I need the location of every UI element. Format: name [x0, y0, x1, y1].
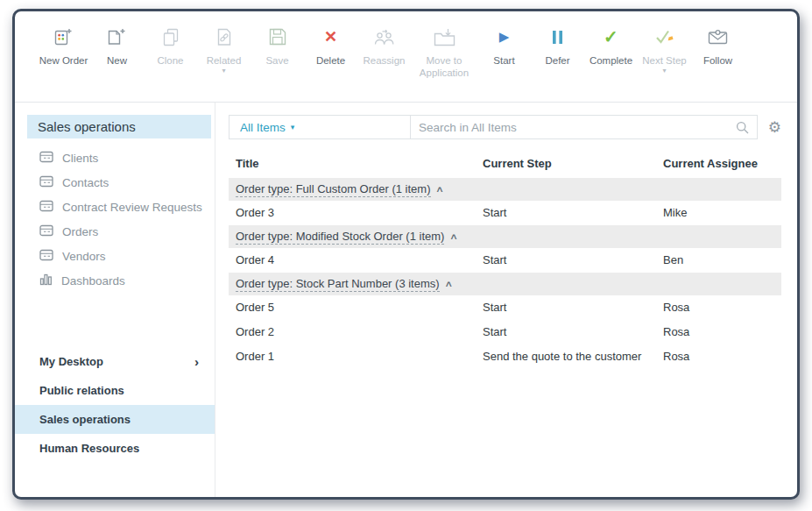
toolbar-button-save[interactable]: Save: [251, 25, 303, 67]
toolbar-button-reassign[interactable]: Reassign: [358, 25, 410, 67]
workspace-item-label: Public relations: [39, 384, 124, 397]
new-order-icon: [54, 25, 73, 48]
cell-title[interactable]: Order 2: [229, 320, 476, 344]
orders-table-body: Order type: Full Custom Order (1 item)^O…: [229, 178, 781, 369]
toolbar-button-start[interactable]: ▶Start: [478, 25, 530, 67]
save-icon: [269, 25, 286, 48]
chevron-down-icon: ▾: [642, 67, 687, 75]
workspace-item-human-resources[interactable]: Human Resources: [15, 434, 215, 463]
toolbar-button-new[interactable]: New: [91, 25, 143, 67]
toolbar-button-label: Delete: [316, 54, 345, 67]
search-box: [410, 116, 757, 138]
table-icon: [39, 151, 53, 166]
cell-current-step: Send the quote to the customer: [476, 344, 656, 369]
sidebar-item-contract-review-requests[interactable]: Contract Review Requests: [15, 195, 215, 219]
collapse-icon[interactable]: ^: [446, 280, 452, 292]
toolbar-button-label: Follow: [703, 54, 732, 67]
cell-current-assignee: Ben: [656, 248, 781, 273]
toolbar-button-follow[interactable]: Follow: [692, 25, 744, 67]
workspace-item-label: My Desktop: [39, 355, 103, 368]
toolbar-button-label: Complete: [590, 54, 632, 67]
toolbar-button-next-step[interactable]: Next Step▾: [639, 25, 690, 75]
complete-icon: ✓: [604, 25, 618, 48]
cell-title[interactable]: Order 5: [229, 295, 476, 320]
toolbar-button-label: Clone: [157, 54, 183, 67]
toolbar-button-complete[interactable]: ✓Complete: [585, 25, 637, 67]
sidebar-workspace-list: My Desktop›Public relationsSales operati…: [15, 347, 215, 463]
sidebar-item-dashboards[interactable]: Dashboards: [15, 268, 215, 293]
filter-bar: All Items ▾ ⚙: [229, 115, 781, 139]
toolbar-button-label: Reassign: [364, 54, 406, 67]
next-step-icon: [654, 25, 674, 48]
toolbar-button-delete[interactable]: ✕Delete: [305, 25, 357, 67]
cell-current-assignee: Mike: [656, 201, 781, 225]
sidebar-item-label: Contacts: [62, 176, 109, 189]
toolbar-button-move-to-application[interactable]: Move to Application: [412, 25, 477, 80]
chevron-right-icon: ›: [194, 354, 199, 369]
table-row[interactable]: Order 2StartRosa: [229, 320, 781, 344]
table-row[interactable]: Order 1Send the quote to the customerRos…: [229, 344, 781, 369]
sidebar-item-contacts[interactable]: Contacts: [15, 170, 215, 195]
delete-icon: ✕: [324, 25, 337, 48]
view-search-box: All Items ▾: [229, 115, 758, 139]
cell-current-assignee: Rosa: [656, 344, 781, 369]
workspace-item-label: Sales operations: [39, 413, 131, 426]
chevron-down-icon: ▾: [291, 123, 295, 131]
sidebar-item-clients[interactable]: Clients: [15, 145, 215, 170]
related-icon: [216, 25, 232, 48]
view-selector[interactable]: All Items ▾: [229, 116, 410, 138]
toolbar-button-label: New: [107, 54, 127, 67]
cell-title[interactable]: Order 4: [229, 248, 476, 273]
group-header-label[interactable]: Order type: Stock Part Number (3 items): [236, 277, 440, 292]
column-header-current-step[interactable]: Current Step: [476, 148, 656, 178]
collapse-icon[interactable]: ^: [437, 185, 443, 197]
column-header-title[interactable]: Title: [229, 148, 476, 178]
bar-chart-icon: [39, 273, 53, 288]
column-header-current-assignee[interactable]: Current Assignee: [656, 148, 781, 178]
content-area: Sales operations ClientsContactsContract…: [15, 103, 797, 497]
group-header-label[interactable]: Order type: Modified Stock Order (1 item…: [236, 230, 444, 245]
defer-icon: [552, 25, 563, 48]
table-icon: [39, 200, 53, 215]
toolbar-button-defer[interactable]: Defer: [532, 25, 583, 67]
table-row[interactable]: Order 4StartBen: [229, 248, 781, 273]
group-header-row[interactable]: Order type: Modified Stock Order (1 item…: [229, 225, 781, 248]
chevron-down-icon: ▾: [207, 67, 242, 75]
toolbar-button-related[interactable]: Related▾: [198, 25, 250, 75]
toolbar: New OrderNewCloneRelated▾Save✕DeleteReas…: [15, 11, 797, 103]
group-header-row[interactable]: Order type: Stock Part Number (3 items)^: [229, 273, 781, 295]
group-header-label[interactable]: Order type: Full Custom Order (1 item): [236, 182, 431, 197]
toolbar-button-new-order[interactable]: New Order: [38, 25, 89, 67]
group-header-row[interactable]: Order type: Full Custom Order (1 item)^: [229, 178, 781, 201]
table-row[interactable]: Order 3StartMike: [229, 201, 781, 225]
follow-icon: [708, 25, 728, 48]
toolbar-button-label: New Order: [39, 54, 88, 67]
search-icon[interactable]: [736, 121, 749, 134]
collapse-icon[interactable]: ^: [450, 232, 456, 245]
cell-current-assignee: Rosa: [656, 295, 781, 320]
sidebar-item-vendors[interactable]: Vendors: [15, 244, 215, 268]
orders-table: TitleCurrent StepCurrent Assignee Order …: [229, 148, 781, 369]
sidebar: Sales operations ClientsContactsContract…: [15, 103, 215, 497]
workspace-item-my-desktop[interactable]: My Desktop›: [15, 347, 215, 376]
cell-current-step: Start: [476, 248, 656, 273]
gear-icon[interactable]: ⚙: [768, 120, 781, 135]
table-row[interactable]: Order 5StartRosa: [229, 295, 781, 320]
toolbar-button-clone[interactable]: Clone: [145, 25, 196, 67]
toolbar-button-label: Start: [493, 54, 514, 67]
sidebar-item-label: Vendors: [62, 250, 106, 263]
sidebar-item-label: Orders: [62, 225, 98, 238]
cell-title[interactable]: Order 3: [229, 201, 476, 225]
cell-current-step: Start: [476, 295, 656, 320]
sidebar-item-orders[interactable]: Orders: [15, 219, 215, 244]
workspace-item-sales-operations[interactable]: Sales operations: [15, 405, 215, 434]
cell-current-step: Start: [476, 201, 656, 225]
sidebar-item-label: Contract Review Requests: [62, 201, 202, 214]
toolbar-button-label: Save: [265, 54, 288, 67]
workspace-item-label: Human Resources: [39, 442, 139, 455]
workspace-item-public-relations[interactable]: Public relations: [15, 376, 215, 405]
clone-icon: [162, 25, 180, 48]
cell-title[interactable]: Order 1: [229, 344, 476, 369]
search-input[interactable]: [419, 121, 736, 134]
table-icon: [39, 175, 53, 190]
